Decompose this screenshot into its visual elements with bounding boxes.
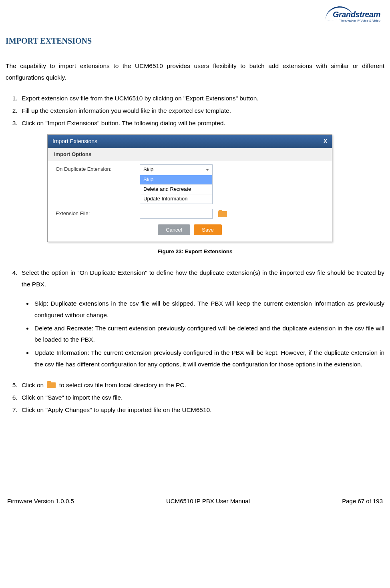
- step-1: Export extension csv file from the UCM65…: [19, 93, 384, 104]
- section-heading: IMPORT EXTENSIONS: [6, 34, 384, 48]
- chevron-down-icon: [206, 169, 209, 171]
- label-on-duplicate: On Duplicate Extension:: [56, 164, 140, 173]
- instruction-list: Export extension csv file from the UCM65…: [6, 93, 384, 129]
- step-4-text: Select the option in "On Duplicate Exten…: [22, 269, 384, 288]
- dialog-titlebar: Import Extensions X: [48, 135, 332, 148]
- dialog-button-row: Cancel Save: [48, 219, 332, 242]
- step-6: Click on "Save" to import the csv file.: [19, 392, 384, 404]
- page-footer: Firmware Version 1.0.0.5 UCM6510 IP PBX …: [6, 496, 384, 507]
- step-5-pre: Click on: [22, 382, 44, 388]
- step-4: Select the option in "On Duplicate Exten…: [19, 267, 384, 370]
- bullet-delete-recreate: Delete and Recreate: The current extensi…: [33, 323, 384, 346]
- select-current-value[interactable]: Skip: [140, 165, 212, 175]
- footer-firmware: Firmware Version 1.0.0.5: [7, 496, 74, 507]
- folder-icon[interactable]: [218, 210, 227, 217]
- intro-paragraph: The capability to import extensions to t…: [6, 60, 384, 83]
- bullet-update-info: Update Information: The current extensio…: [33, 347, 384, 370]
- save-button[interactable]: Save: [194, 224, 222, 235]
- step-5: Click on to select csv file from local d…: [19, 380, 384, 391]
- select-option-skip[interactable]: Skip: [140, 175, 212, 184]
- brand-logo: Grandstream Innovative IP Voice & Video: [333, 8, 380, 22]
- on-duplicate-select[interactable]: Skip Skip Delete and Recreate Update Inf…: [140, 164, 213, 204]
- cancel-button[interactable]: Cancel: [158, 224, 190, 235]
- footer-manual-title: UCM6510 IP PBX User Manual: [166, 496, 250, 507]
- figure-container: Import Extensions X Import Options On Du…: [47, 134, 384, 242]
- extension-file-input[interactable]: [140, 209, 213, 219]
- row-extension-file: Extension File:: [48, 206, 332, 219]
- dialog-section-header: Import Options: [48, 148, 332, 162]
- dialog-title-text: Import Extensions: [52, 138, 97, 145]
- step-2: Fill up the extension information you wo…: [19, 105, 384, 117]
- header-logo-area: Grandstream Innovative IP Voice & Video: [6, 8, 384, 29]
- select-value-text: Skip: [143, 166, 153, 173]
- label-extension-file: Extension File:: [56, 209, 140, 217]
- footer-page-number: Page 67 of 193: [342, 496, 383, 507]
- folder-icon: [47, 381, 56, 388]
- import-extensions-dialog: Import Extensions X Import Options On Du…: [47, 134, 332, 242]
- select-option-update-info[interactable]: Update Information: [140, 194, 212, 204]
- step-3: Click on "Import Extensions" button. The…: [19, 118, 384, 129]
- figure-caption: Figure 23: Export Extensions: [6, 247, 384, 257]
- select-option-delete-recreate[interactable]: Delete and Recreate: [140, 184, 212, 194]
- close-icon[interactable]: X: [324, 138, 327, 145]
- step-5-post: to select csv file from local directory …: [59, 382, 186, 388]
- step-7: Click on "Apply Changes" to apply the im…: [19, 404, 384, 416]
- instruction-list-continued: Select the option in "On Duplicate Exten…: [6, 267, 384, 416]
- option-bullets: Skip: Duplicate extensions in the csv fi…: [22, 298, 384, 370]
- brand-tagline: Innovative IP Voice & Video: [333, 19, 380, 22]
- bullet-skip: Skip: Duplicate extensions in the csv fi…: [33, 298, 384, 321]
- row-on-duplicate: On Duplicate Extension: Skip Skip Delete…: [48, 161, 332, 204]
